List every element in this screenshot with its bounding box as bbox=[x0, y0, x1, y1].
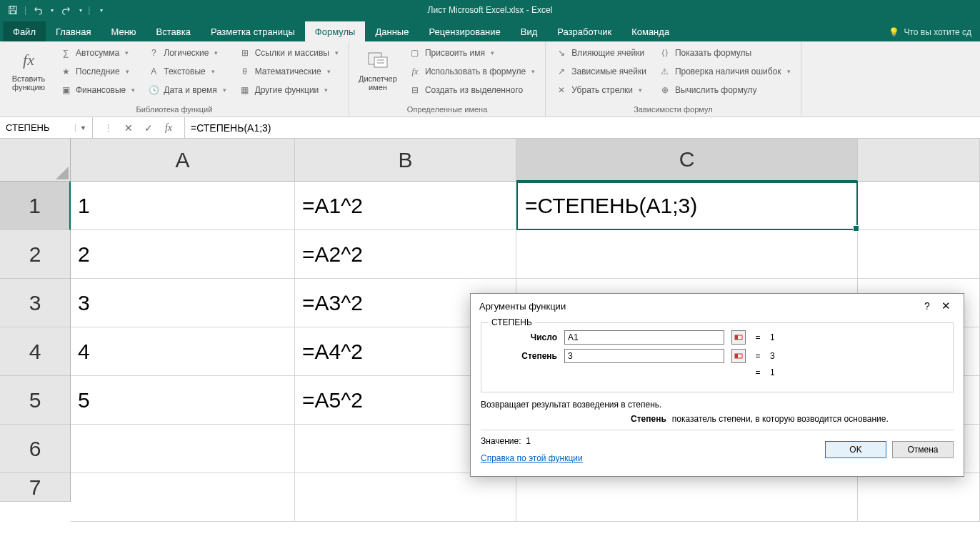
sigma-icon: ∑ bbox=[60, 47, 71, 59]
arg-number-result: 1 bbox=[770, 332, 775, 342]
column-header-blank[interactable] bbox=[858, 139, 980, 182]
row-header-1[interactable]: 1 bbox=[0, 182, 71, 230]
show-formulas-icon: ⟨⟩ bbox=[659, 47, 671, 59]
recent-button[interactable]: ★Последние▾ bbox=[56, 63, 139, 80]
cell-B2[interactable]: =A2^2 bbox=[295, 230, 516, 279]
error-check-button[interactable]: ⚠Проверка наличия ошибок▾ bbox=[655, 63, 795, 80]
column-header-C[interactable]: C bbox=[516, 139, 858, 182]
trace-precedents-button[interactable]: ↘Влияющие ячейки bbox=[551, 44, 651, 61]
select-all-corner[interactable] bbox=[0, 139, 71, 182]
autosum-button[interactable]: ∑Автосумма▾ bbox=[56, 44, 139, 61]
redo-dropdown-icon[interactable]: ▾ bbox=[76, 2, 85, 18]
redo-icon[interactable] bbox=[58, 2, 75, 18]
define-name-button[interactable]: ▢Присвоить имя▾ bbox=[405, 44, 539, 61]
arg-number-input[interactable] bbox=[564, 330, 724, 345]
row-header-6[interactable]: 6 bbox=[0, 425, 71, 473]
cell-A4[interactable]: 4 bbox=[71, 327, 295, 376]
cell-1[interactable] bbox=[858, 182, 980, 230]
row-header-5[interactable]: 5 bbox=[0, 376, 71, 425]
row-header-2[interactable]: 2 bbox=[0, 230, 71, 279]
row-header-4[interactable]: 4 bbox=[0, 327, 71, 376]
dialog-titlebar[interactable]: Аргументы функции ? ✕ bbox=[471, 294, 964, 318]
formula-input[interactable]: =СТЕПЕНЬ(A1;3) bbox=[184, 117, 980, 138]
cell-A6[interactable] bbox=[71, 425, 295, 473]
tab-pagelayout[interactable]: Разметка страницы bbox=[201, 21, 305, 41]
enter-formula-button[interactable]: ✓ bbox=[139, 122, 159, 134]
math-button[interactable]: θМатематические▾ bbox=[235, 63, 343, 80]
param-description: показатель степени, в которую возводится… bbox=[672, 414, 889, 424]
more-fn-button[interactable]: ▦Другие функции▾ bbox=[235, 81, 343, 99]
tag-icon: ▢ bbox=[409, 47, 421, 59]
row-header-3[interactable]: 3 bbox=[0, 279, 71, 327]
cancel-button[interactable]: Отмена bbox=[892, 441, 954, 458]
cell-B[interactable] bbox=[295, 473, 516, 522]
row-header-7[interactable]: 7 bbox=[0, 473, 71, 502]
arg-power-input[interactable] bbox=[564, 349, 724, 363]
dots-icon[interactable]: ⋮ bbox=[99, 122, 119, 134]
cell-A1[interactable]: 1 bbox=[71, 182, 295, 230]
insert-function-label: Вставить функцию bbox=[6, 74, 51, 92]
dialog-close-button[interactable]: ✕ bbox=[936, 300, 955, 312]
function-name-label: СТЕПЕНЬ bbox=[489, 317, 535, 327]
cell-C2[interactable] bbox=[516, 230, 858, 279]
name-box-dropdown-icon[interactable]: ▼ bbox=[75, 124, 86, 132]
help-link[interactable]: Справка по этой функции bbox=[481, 453, 583, 463]
evaluate-formula-button[interactable]: ⊕Вычислить формулу bbox=[655, 81, 795, 99]
name-manager-button[interactable]: Диспетчер имен bbox=[355, 44, 401, 96]
tell-me-text: Что вы хотите сд bbox=[904, 27, 971, 37]
tab-team[interactable]: Команда bbox=[621, 21, 679, 41]
cell-A2[interactable]: 2 bbox=[71, 230, 295, 279]
text-button[interactable]: AТекстовые▾ bbox=[144, 63, 230, 80]
insert-function-button[interactable]: fx Вставить функцию bbox=[6, 44, 51, 96]
tab-view[interactable]: Вид bbox=[511, 21, 548, 41]
tab-insert[interactable]: Вставка bbox=[146, 21, 201, 41]
tab-formulas[interactable]: Формулы bbox=[305, 21, 366, 41]
collapse-dialog-icon-2[interactable] bbox=[731, 349, 746, 363]
remove-arrows-icon: ✕ bbox=[556, 84, 567, 96]
qat-customize-icon[interactable]: ▾ bbox=[93, 2, 110, 18]
tab-menu[interactable]: Меню bbox=[101, 21, 146, 41]
tab-review[interactable]: Рецензирование bbox=[419, 21, 510, 41]
datetime-button[interactable]: 🕓Дата и время▾ bbox=[144, 81, 230, 99]
column-header-A[interactable]: A bbox=[71, 139, 295, 182]
name-box[interactable]: СТЕПЕНЬ ▼ bbox=[0, 117, 93, 138]
use-in-formula-button[interactable]: fxИспользовать в формуле▾ bbox=[405, 63, 539, 80]
cell-B1[interactable]: =A1^2 bbox=[295, 182, 516, 230]
fx-button[interactable]: fx bbox=[159, 122, 179, 134]
cell-A[interactable] bbox=[71, 473, 295, 522]
cell-2[interactable] bbox=[858, 230, 980, 279]
equals-sign: = bbox=[753, 332, 763, 342]
cancel-formula-button[interactable]: ✕ bbox=[119, 122, 139, 134]
selection-icon: ⊟ bbox=[409, 84, 421, 96]
column-header-B[interactable]: B bbox=[295, 139, 516, 182]
ok-button[interactable]: OK bbox=[825, 441, 886, 458]
tab-home[interactable]: Главная bbox=[46, 21, 101, 41]
cell-C[interactable] bbox=[516, 473, 858, 522]
trace-dependents-button[interactable]: ↗Зависимые ячейки bbox=[551, 63, 651, 80]
cell-blank[interactable] bbox=[858, 473, 980, 522]
overall-result: 1 bbox=[770, 367, 775, 377]
cell-A5[interactable]: 5 bbox=[71, 376, 295, 425]
show-formulas-button[interactable]: ⟨⟩Показать формулы bbox=[655, 44, 795, 61]
lookup-button[interactable]: ⊞Ссылки и массивы▾ bbox=[235, 44, 343, 61]
bulb-icon: 💡 bbox=[889, 27, 899, 37]
undo-dropdown-icon[interactable]: ▾ bbox=[48, 2, 56, 18]
logical-button[interactable]: ?Логические▾ bbox=[144, 44, 230, 61]
collapse-dialog-icon[interactable] bbox=[731, 330, 746, 345]
cell-C1[interactable]: =СТЕПЕНЬ(A1;3) bbox=[516, 182, 858, 230]
cell-A3[interactable]: 3 bbox=[71, 279, 295, 327]
formula-bar: СТЕПЕНЬ ▼ ⋮ ✕ ✓ fx =СТЕПЕНЬ(A1;3) bbox=[0, 117, 980, 139]
undo-icon[interactable] bbox=[29, 2, 46, 18]
remove-arrows-button[interactable]: ✕Убрать стрелки▾ bbox=[551, 81, 651, 99]
financial-button[interactable]: ▣Финансовые▾ bbox=[56, 81, 139, 99]
save-icon[interactable] bbox=[4, 2, 21, 18]
tell-me[interactable]: 💡 Что вы хотите сд bbox=[880, 23, 980, 41]
arg-power-label: Степень bbox=[491, 351, 557, 361]
svg-rect-2 bbox=[11, 11, 16, 14]
create-from-selection-button[interactable]: ⊟Создать из выделенного bbox=[405, 81, 539, 99]
tab-file[interactable]: Файл bbox=[3, 21, 46, 41]
formula-text: =СТЕПЕНЬ(A1;3) bbox=[191, 122, 271, 134]
tab-developer[interactable]: Разработчик bbox=[547, 21, 621, 41]
dialog-help-button[interactable]: ? bbox=[918, 300, 936, 312]
tab-data[interactable]: Данные bbox=[365, 21, 419, 41]
